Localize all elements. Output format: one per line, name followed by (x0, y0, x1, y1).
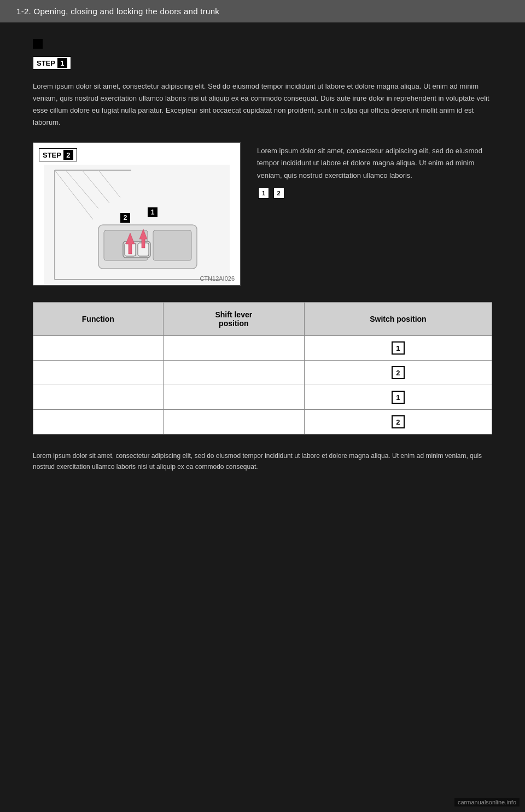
step2-label: STEP (43, 151, 61, 159)
function-cell-3 (33, 385, 164, 410)
step1-badge: STEP 1 (33, 56, 71, 69)
step2-badge: STEP 2 (39, 148, 77, 161)
step2-image-box: STEP 2 (33, 142, 241, 286)
switch-position-cell-3: 1 (304, 385, 492, 410)
badge-2-inline: 2 (273, 188, 284, 199)
table-row: 2 (33, 410, 492, 434)
badge-1-inline: 1 (258, 188, 269, 199)
svg-rect-10 (153, 230, 191, 260)
svg-text:2: 2 (124, 214, 127, 222)
switch-position-cell-1: 1 (304, 336, 492, 361)
shift-lever-cell-1 (163, 336, 304, 361)
function-cell-2 (33, 361, 164, 385)
switch-badge-1: 1 (392, 341, 405, 355)
switch-badge-4: 2 (392, 415, 405, 428)
bottom-text: Lorem ipsum dolor sit amet, consectetur … (33, 451, 492, 472)
shift-lever-cell-4 (163, 410, 304, 434)
step2-area: STEP 2 (33, 142, 492, 286)
switch-position-cell-4: 2 (304, 410, 492, 434)
switch-badge-3: 1 (392, 391, 405, 404)
table-row: 1 (33, 336, 492, 361)
switch-position-cell-2: 2 (304, 361, 492, 385)
section-icon (33, 39, 43, 49)
image-label: CTN12AI026 (200, 275, 235, 282)
col-function: Function (33, 303, 164, 336)
step1-number: 1 (57, 58, 67, 68)
step1-text: Lorem ipsum dolor sit amet, consectetur … (33, 80, 492, 129)
watermark: carmanualsonline.info (454, 798, 520, 807)
shift-lever-cell-3 (163, 385, 304, 410)
switch-badge-2: 2 (392, 366, 405, 379)
shift-lever-cell-2 (163, 361, 304, 385)
step2-right-text: Lorem ipsum dolor sit amet, consectetur … (257, 142, 492, 199)
header-title: 1-2. Opening, closing and locking the do… (16, 7, 219, 16)
table-header-row: Function Shift lever position Switch pos… (33, 303, 492, 336)
function-cell-4 (33, 410, 164, 434)
col-switch-position: Switch position (304, 303, 492, 336)
table-row: 1 (33, 385, 492, 410)
function-cell-1 (33, 336, 164, 361)
step2-number: 2 (63, 150, 73, 160)
page-content: STEP 1 Lorem ipsum dolor sit amet, conse… (0, 22, 525, 788)
svg-text:1: 1 (151, 208, 155, 216)
step1-label: STEP (37, 59, 55, 67)
col-shift-lever: Shift lever position (163, 303, 304, 336)
page-header: 1-2. Opening, closing and locking the do… (0, 0, 525, 22)
shift-lever-illustration: 2 1 (44, 165, 230, 285)
function-table: Function Shift lever position Switch pos… (33, 302, 492, 434)
table-row: 2 (33, 361, 492, 385)
